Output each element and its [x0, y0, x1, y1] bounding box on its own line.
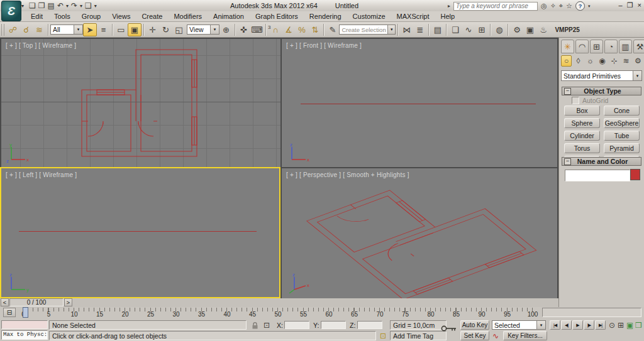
edit-named-selections-icon[interactable]: ✎ [326, 23, 339, 36]
app-logo-button[interactable]: Ɛ [1, 1, 21, 21]
viewport-front[interactable]: [ + ] [ Front ] [ Wireframe ] z x [282, 39, 557, 167]
primitive-button[interactable]: Torus [564, 143, 600, 153]
auto-key-button[interactable]: Auto Key [460, 320, 489, 330]
zoom-extents-all-icon[interactable]: ❒ [635, 321, 642, 330]
category-lights[interactable]: ☼ [585, 55, 596, 67]
time-slider-handle[interactable] [23, 307, 28, 318]
default-in-out-tangent-icon[interactable]: ∿ [492, 332, 499, 340]
tab-modify[interactable]: ◠ [575, 40, 589, 53]
primitive-button[interactable]: Tube [604, 131, 640, 141]
category-spacewarps[interactable]: ≋ [621, 55, 631, 67]
maxscript-mini-listener[interactable]: Max to Physc: [1, 330, 48, 340]
menu-item[interactable]: Tools [48, 13, 76, 20]
category-helpers[interactable]: ⊹ [609, 55, 619, 67]
percent-snap-icon[interactable]: % [295, 23, 308, 36]
zoom-icon[interactable]: ⊙ [609, 321, 615, 330]
named-selection-dropdown[interactable]: Create Selection Se ▾ [339, 24, 396, 35]
align-icon[interactable]: ≣ [413, 23, 426, 36]
x-coord-field[interactable] [284, 321, 309, 329]
dropdown-arrow-icon[interactable]: ▾ [210, 25, 219, 34]
search-icon[interactable]: ◎ [541, 2, 547, 10]
bind-to-spacewarp-icon[interactable]: ≋ [33, 23, 46, 36]
menu-item[interactable]: Rendering [304, 13, 347, 20]
curve-editor-icon[interactable]: ∿ [462, 23, 475, 36]
select-and-move-icon[interactable]: ✛ [146, 23, 159, 36]
category-cameras[interactable]: ◉ [597, 55, 608, 67]
save-file-icon[interactable]: ▤ [48, 1, 55, 10]
autogrid-checkbox[interactable] [572, 97, 579, 104]
primitive-button[interactable]: Pyramid [604, 143, 640, 153]
next-frame-button[interactable]: |▶ [584, 320, 594, 330]
project-folder-icon[interactable]: ❑ [85, 1, 92, 10]
primitive-button[interactable]: GeoSphere [604, 118, 640, 128]
graphite-ribbon-icon[interactable]: ❑ [448, 23, 462, 36]
primitive-category-dropdown[interactable]: Standard Primitives ▾ [561, 70, 642, 81]
selection-lock-icon[interactable] [251, 322, 259, 330]
dropdown-arrow-icon[interactable]: ▾ [74, 25, 82, 34]
app-menu-caret-icon[interactable]: ▾ [21, 3, 24, 9]
zoom-all-icon[interactable]: ⊞ [618, 321, 624, 330]
menu-item[interactable]: Edit [25, 13, 48, 20]
add-time-tag[interactable]: Add Time Tag [390, 331, 447, 340]
subscription-key-icon[interactable]: ✧ [550, 2, 556, 10]
time-tag-icon[interactable]: ⊡ [380, 332, 386, 340]
communication-center-icon[interactable]: ⌖ [559, 2, 563, 10]
layer-manager-icon[interactable]: ▤ [431, 23, 444, 36]
frame-counter[interactable]: 0 / 100 [9, 298, 64, 306]
key-filters-button[interactable]: Key Filters... [503, 331, 547, 340]
open-file-icon[interactable]: ❐ [38, 1, 45, 10]
new-scene-icon[interactable]: ❏ [29, 1, 36, 10]
category-systems[interactable]: ⚙ [633, 55, 643, 67]
collapse-icon[interactable]: − [564, 88, 571, 95]
set-key-icon[interactable] [440, 324, 458, 333]
object-name-field[interactable] [565, 170, 630, 181]
redo-dropdown-icon[interactable]: ▾ [80, 3, 82, 9]
viewport-perspective-label[interactable]: [ + ] [ Perspective ] [ Smooth + Highlig… [286, 171, 409, 178]
menu-item[interactable]: Help [435, 13, 461, 20]
viewport-left-active[interactable]: [ + ] [ Left ] [ Wireframe ] z y [0, 167, 280, 298]
menu-item[interactable]: Customize [347, 13, 391, 20]
help-icon[interactable]: ? [575, 1, 585, 11]
menu-item[interactable]: Animation [208, 13, 250, 20]
object-type-rollout[interactable]: − Object Type [562, 87, 641, 95]
menu-item[interactable]: Modifiers [168, 13, 208, 20]
unlink-selection-icon[interactable]: ☌ [19, 23, 33, 36]
use-pivot-center-icon[interactable]: ⊕ [219, 23, 233, 36]
select-and-rotate-icon[interactable]: ↻ [159, 23, 172, 36]
menu-item[interactable]: Create [136, 13, 168, 20]
rendered-frame-window-icon[interactable]: ▣ [523, 23, 536, 36]
window-crossing-toggle[interactable]: ▣ [128, 23, 142, 36]
menu-item[interactable]: Views [106, 13, 136, 20]
viewport-perspective[interactable]: [ + ] [ Perspective ] [ Smooth + Highlig… [282, 168, 557, 298]
keyboard-override-icon[interactable]: ⌨ [250, 23, 264, 36]
search-input[interactable] [453, 2, 538, 11]
rectangular-selection-region-icon[interactable]: ▭ [114, 23, 128, 36]
previous-frame-button[interactable]: ◀| [561, 320, 572, 330]
viewport-top[interactable]: [ + ] [ Top ] [ Wireframe ] y x z [1, 39, 280, 167]
selection-filter-dropdown[interactable]: All ▾ [50, 24, 83, 35]
render-production-icon[interactable]: ♨ [536, 23, 550, 36]
tab-motion[interactable]: ◔ [604, 40, 618, 53]
mini-curve-editor-toggle[interactable]: ⊟ [3, 308, 16, 317]
select-and-manipulate-icon[interactable]: ✜ [237, 23, 250, 36]
frame-back-button[interactable]: < [1, 298, 9, 306]
material-editor-icon[interactable]: ◍ [492, 23, 506, 36]
restore-button[interactable]: ❐ [627, 1, 633, 9]
redo-icon[interactable]: ↷ [71, 1, 77, 10]
primitive-button[interactable]: Cylinder [564, 131, 600, 141]
infocenter-flyout-icon[interactable]: ▸ [448, 3, 450, 9]
primitive-button[interactable]: Sphere [564, 118, 600, 128]
dropdown-arrow-icon[interactable]: ▾ [536, 321, 545, 329]
category-geometry[interactable]: ○ [561, 55, 572, 67]
frame-forward-button[interactable]: > [64, 298, 72, 306]
render-setup-icon[interactable]: ⚙ [510, 23, 523, 36]
zoom-extents-icon[interactable]: ▣ [626, 321, 633, 330]
select-object-button[interactable]: ➤ [83, 23, 97, 36]
close-button[interactable]: × [638, 1, 641, 9]
dropdown-arrow-icon[interactable]: ▾ [633, 71, 641, 80]
menu-item[interactable]: Group [76, 13, 107, 20]
favorites-star-icon[interactable]: ☆ [566, 2, 572, 10]
tab-display[interactable]: ▥ [619, 40, 632, 53]
category-shapes[interactable]: ◊ [573, 55, 584, 67]
set-key-button[interactable]: Set Key [460, 331, 489, 340]
